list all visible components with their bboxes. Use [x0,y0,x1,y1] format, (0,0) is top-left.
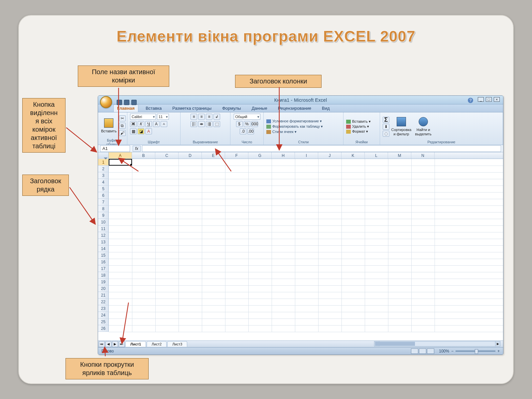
ribbon-tab-1[interactable]: Вставка [142,105,165,112]
fill-icon[interactable]: ⬇ [383,124,389,130]
column-header[interactable]: D [179,152,202,159]
column-header[interactable]: K [341,152,365,159]
align-mid-icon[interactable]: ≡ [198,114,205,120]
row-header[interactable]: 6 [98,192,109,199]
row-header[interactable]: 3 [98,172,109,179]
number-format-select[interactable]: Общий [234,114,260,120]
row-header[interactable]: 24 [98,312,109,319]
view-layout-icon[interactable] [419,348,426,354]
underline-button[interactable]: Ч [145,121,152,127]
row-header[interactable]: 22 [98,299,109,305]
column-header[interactable]: F [225,152,248,159]
cells-area[interactable] [109,159,503,332]
minimize-icon[interactable]: _ [478,97,484,102]
row-header[interactable]: 2 [98,166,109,172]
row-header[interactable]: 18 [98,272,109,279]
grow-font-icon[interactable]: A [153,121,160,127]
thousands-icon[interactable]: 000 [251,121,258,127]
align-right-icon[interactable]: ⇶ [206,121,212,127]
column-header[interactable]: C [155,152,179,159]
align-bot-icon[interactable]: ≡ [206,114,212,120]
row-header[interactable]: 4 [98,179,109,186]
paste-button[interactable]: Вставить [101,114,117,138]
row-header[interactable]: 14 [98,245,109,252]
row-header[interactable]: 5 [98,186,109,192]
format-painter-icon[interactable]: 🖌 [119,130,126,136]
row-header[interactable]: 11 [98,225,109,232]
format-table-button[interactable]: Форматировать как таблицу ▾ [266,124,323,129]
shrink-font-icon[interactable]: A [161,121,167,127]
formula-bar[interactable] [142,145,501,152]
row-header[interactable]: 17 [98,265,109,272]
zoom-control[interactable]: 100% −+ [439,349,500,353]
qat-undo-icon[interactable] [124,100,129,105]
sheet-nav-first[interactable]: ⏮ [99,341,105,347]
dec-decimal-icon[interactable]: .00 [247,128,254,134]
ribbon-tab-2[interactable]: Разметка страницы [169,105,215,112]
column-header[interactable]: E [202,152,225,159]
align-top-icon[interactable]: ≡ [191,114,197,120]
row-header[interactable]: 21 [98,292,109,299]
office-button[interactable] [100,96,112,108]
column-header[interactable]: J [318,152,341,159]
column-header[interactable]: B [132,152,155,159]
column-header[interactable]: L [365,152,388,159]
row-header[interactable]: 1 [98,159,109,166]
horizontal-scrollbar[interactable]: ◀▶ [374,341,500,346]
row-header[interactable]: 8 [98,205,109,212]
cut-icon[interactable]: ✂ [119,115,126,121]
row-header[interactable]: 15 [98,252,109,259]
sheet-tab[interactable]: Лист2 [147,341,167,347]
autosum-icon[interactable]: Σ [383,117,389,123]
column-header[interactable]: M [388,152,411,159]
row-header[interactable]: 16 [98,259,109,265]
italic-button[interactable]: К [138,121,144,127]
sort-filter-button[interactable]: Сортировка и фильтр [391,115,411,139]
font-size-select[interactable]: 11 [157,114,169,120]
fill-color-icon[interactable]: ◪ [138,128,144,134]
cond-format-button[interactable]: Условное форматирование ▾ [266,119,323,123]
sheet-tab[interactable]: Лист1 [125,341,146,347]
ribbon-tab-4[interactable]: Данные [248,105,271,112]
ribbon-tab-5[interactable]: Рецензирование [275,105,315,112]
row-header[interactable]: 26 [98,325,109,332]
merge-icon[interactable]: ⬚ [213,121,220,127]
row-header[interactable]: 23 [98,305,109,312]
name-box[interactable]: A1 [100,145,130,152]
find-select-button[interactable]: Найти и выделить [413,115,433,139]
active-cell[interactable] [109,159,132,166]
cells-delete-button[interactable]: Удалить ▾ [346,124,371,129]
row-header[interactable]: 7 [98,199,109,205]
ribbon-tab-3[interactable]: Формулы [219,105,244,112]
select-all-button[interactable] [98,152,109,159]
column-header[interactable]: A [109,152,132,159]
wrap-text-icon[interactable]: ↲ [213,114,220,120]
currency-icon[interactable]: $ [236,121,243,127]
sheet-nav-last[interactable]: ⏭ [119,341,125,347]
sheet-tab[interactable]: Лист3 [167,341,187,347]
cells-format-button[interactable]: Формат ▾ [346,129,371,134]
sheet-nav-prev[interactable]: ◀ [105,341,111,347]
row-header[interactable]: 9 [98,212,109,219]
view-normal-icon[interactable] [411,348,418,354]
inc-decimal-icon[interactable]: .0 [240,128,246,134]
cell-styles-button[interactable]: Стили ячеек ▾ [266,130,323,134]
font-name-select[interactable]: Calibri [130,114,156,120]
align-left-icon[interactable]: ⬱ [191,121,197,127]
fx-button[interactable]: fx [133,146,141,152]
copy-icon[interactable]: ⧉ [119,123,126,129]
cells-insert-button[interactable]: Вставить ▾ [346,119,371,124]
ribbon-tab-6[interactable]: Вид [319,105,333,112]
row-header[interactable]: 13 [98,239,109,245]
bold-button[interactable]: Ж [130,121,137,127]
qat-redo-icon[interactable] [131,100,137,105]
row-header[interactable]: 10 [98,219,109,225]
column-header[interactable]: G [248,152,272,159]
qat-save-icon[interactable] [117,100,122,105]
view-break-icon[interactable] [427,348,434,354]
clear-icon[interactable]: ◌ [383,131,389,137]
row-header[interactable]: 25 [98,319,109,325]
border-icon[interactable]: ▦ [130,128,137,134]
column-header[interactable]: H [272,152,295,159]
help-icon[interactable]: ? [468,98,473,103]
